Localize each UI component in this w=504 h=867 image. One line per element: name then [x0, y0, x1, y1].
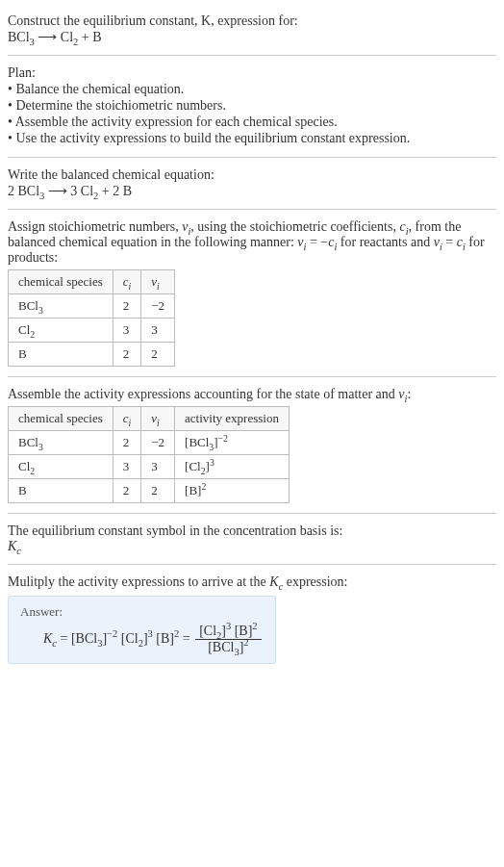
- cell-ci: 3: [113, 319, 141, 343]
- cell-vi: 3: [141, 455, 175, 479]
- cell-activity: [B]2: [175, 479, 290, 503]
- table-row: Cl2 3 3 [Cl2]3: [9, 455, 290, 479]
- divider: [8, 55, 496, 56]
- table-row: BCl3 2 −2 [BCl3]−2: [9, 431, 290, 455]
- divider: [8, 564, 496, 565]
- intro-line: Construct the equilibrium constant, K, e…: [8, 13, 496, 29]
- cell-species: Cl2: [9, 319, 113, 343]
- table-row: B 2 2 [B]2: [9, 479, 290, 503]
- answer-box: Answer: Kc = [BCl3]−2 [Cl2]3 [B]2 = [Cl2…: [8, 596, 276, 664]
- cell-vi: −2: [141, 431, 175, 455]
- table-row: Cl2 3 3: [9, 319, 175, 343]
- cell-vi: 2: [141, 343, 175, 367]
- cell-vi: 3: [141, 319, 175, 343]
- divider: [8, 376, 496, 377]
- col-vi: νi: [141, 270, 175, 294]
- col-ci: ci: [113, 270, 141, 294]
- cell-activity: [Cl2]3: [175, 455, 290, 479]
- divider: [8, 513, 496, 514]
- stoich-section: Assign stoichiometric numbers, νi, using…: [8, 214, 496, 372]
- fraction-numerator: [Cl2]3 [B]2: [195, 624, 261, 640]
- cell-vi: −2: [141, 294, 175, 319]
- plan-item: • Determine the stoichiometric numbers.: [8, 98, 496, 114]
- cell-ci: 2: [113, 431, 141, 455]
- plan-heading: Plan:: [8, 65, 496, 81]
- cell-ci: 2: [113, 479, 141, 503]
- cell-species: Cl2: [9, 455, 113, 479]
- intro-text: Construct the equilibrium constant, K, e…: [8, 13, 298, 28]
- col-vi: νi: [141, 407, 175, 431]
- col-ci: ci: [113, 407, 141, 431]
- table-header-row: chemical species ci νi activity expressi…: [9, 407, 290, 431]
- fraction-denominator: [BCl3]2: [195, 640, 261, 655]
- activity-heading: Assemble the activity expressions accoun…: [8, 387, 496, 402]
- cell-vi: 2: [141, 479, 175, 503]
- cell-activity: [BCl3]−2: [175, 431, 290, 455]
- col-species: chemical species: [9, 407, 113, 431]
- kc-symbol: Kc: [8, 539, 496, 554]
- activity-section: Assemble the activity expressions accoun…: [8, 381, 496, 509]
- answer-expression: Kc = [BCl3]−2 [Cl2]3 [B]2 = [Cl2]3 [B]2 …: [20, 624, 264, 655]
- col-activity: activity expression: [175, 407, 290, 431]
- balanced-section: Write the balanced chemical equation: 2 …: [8, 162, 496, 205]
- fraction: [Cl2]3 [B]2 [BCl3]2: [195, 624, 261, 655]
- kc-symbol-heading: The equilibrium constant symbol in the c…: [8, 523, 496, 539]
- balanced-equation: 2 BCl3 ⟶ 3 Cl2 + 2 B: [8, 183, 496, 199]
- plan-section: Plan: • Balance the chemical equation. •…: [8, 60, 496, 153]
- table-row: BCl3 2 −2: [9, 294, 175, 319]
- cell-ci: 2: [113, 343, 141, 367]
- table-header-row: chemical species ci νi: [9, 270, 175, 294]
- cell-ci: 2: [113, 294, 141, 319]
- stoich-table: chemical species ci νi BCl3 2 −2 Cl2 3 3…: [8, 269, 175, 367]
- cell-ci: 3: [113, 455, 141, 479]
- answer-label: Answer:: [20, 604, 264, 620]
- col-species: chemical species: [9, 270, 113, 294]
- kc-symbol-section: The equilibrium constant symbol in the c…: [8, 518, 496, 560]
- divider: [8, 209, 496, 210]
- multiply-section: Mulitply the activity expressions to arr…: [8, 569, 496, 670]
- cell-species: BCl3: [9, 431, 113, 455]
- cell-species: BCl3: [9, 294, 113, 319]
- multiply-heading: Mulitply the activity expressions to arr…: [8, 574, 496, 590]
- divider: [8, 157, 496, 158]
- stoich-heading: Assign stoichiometric numbers, νi, using…: [8, 219, 496, 266]
- intro-section: Construct the equilibrium constant, K, e…: [8, 8, 496, 51]
- intro-equation: BCl3 ⟶ Cl2 + B: [8, 29, 496, 45]
- cell-species: B: [9, 479, 113, 503]
- cell-species: B: [9, 343, 113, 367]
- balanced-heading: Write the balanced chemical equation:: [8, 167, 496, 183]
- plan-item: • Balance the chemical equation.: [8, 82, 496, 97]
- table-row: B 2 2: [9, 343, 175, 367]
- plan-item: • Use the activity expressions to build …: [8, 131, 496, 146]
- activity-table: chemical species ci νi activity expressi…: [8, 406, 290, 503]
- plan-item: • Assemble the activity expression for e…: [8, 115, 496, 130]
